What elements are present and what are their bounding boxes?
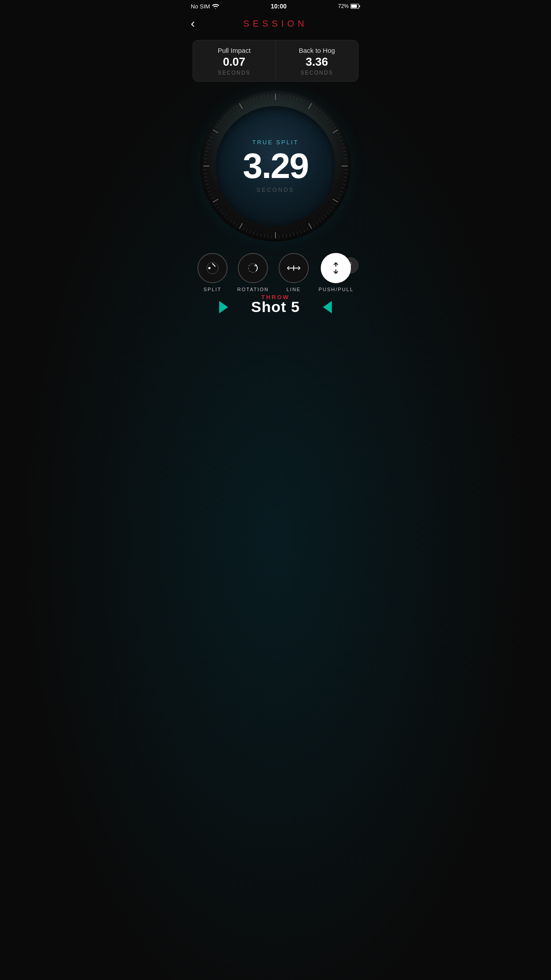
svg-line-14 <box>313 105 315 108</box>
svg-line-76 <box>230 220 232 222</box>
svg-line-60 <box>286 234 287 237</box>
svg-line-70 <box>250 230 251 233</box>
svg-line-101 <box>209 136 212 138</box>
svg-line-29 <box>343 151 346 151</box>
svg-line-22 <box>334 126 336 128</box>
svg-line-55 <box>303 229 305 232</box>
dial-unit: SECONDS <box>256 186 294 193</box>
svg-line-15 <box>316 107 318 110</box>
svg-line-72 <box>243 228 244 230</box>
svg-line-104 <box>215 126 217 128</box>
battery-icon <box>350 4 360 9</box>
svg-line-50 <box>319 220 321 222</box>
back-to-hog-card[interactable]: Back to Hog 3.36 SECONDS <box>276 40 358 81</box>
svg-line-25 <box>339 136 342 138</box>
svg-line-77 <box>227 217 229 220</box>
svg-line-20 <box>329 120 331 122</box>
pull-impact-label: Pull Impact <box>197 47 271 55</box>
svg-line-37 <box>343 180 346 181</box>
svg-line-38 <box>342 184 346 185</box>
svg-line-103 <box>213 130 218 133</box>
status-indicators: 72% <box>338 3 360 9</box>
svg-line-124 <box>213 264 215 266</box>
line-control[interactable]: LINE <box>279 253 309 292</box>
stats-row: Pull Impact 0.07 SECONDS Back to Hog 3.3… <box>193 40 358 82</box>
svg-line-28 <box>342 147 346 148</box>
battery-pct: 72% <box>338 3 349 9</box>
svg-line-13 <box>309 103 312 108</box>
svg-line-84 <box>211 197 214 198</box>
pull-impact-value: 0.07 <box>197 55 271 68</box>
svg-line-31 <box>344 158 347 159</box>
back-to-hog-label: Back to Hog <box>280 47 354 55</box>
status-carrier: No SIM <box>191 3 219 10</box>
split-control[interactable]: SPLIT <box>197 253 228 292</box>
svg-line-109 <box>227 112 229 114</box>
svg-line-10 <box>300 98 302 101</box>
svg-line-91 <box>204 173 207 174</box>
svg-line-24 <box>337 133 340 134</box>
header: ‹ SESSION <box>184 12 367 35</box>
status-time: 10:00 <box>271 3 287 10</box>
svg-line-54 <box>307 228 308 230</box>
back-to-hog-value: 3.36 <box>280 55 354 68</box>
svg-line-111 <box>233 107 235 110</box>
dial-value: 3.29 <box>243 148 308 184</box>
rotation-label: ROTATION <box>237 287 269 292</box>
svg-line-65 <box>268 235 268 238</box>
svg-line-95 <box>204 158 207 159</box>
pull-impact-card[interactable]: Pull Impact 0.07 SECONDS <box>193 40 276 81</box>
svg-line-30 <box>344 154 347 155</box>
svg-line-57 <box>297 232 298 235</box>
svg-line-43 <box>333 199 338 202</box>
svg-line-85 <box>209 194 212 195</box>
svg-line-118 <box>257 96 258 99</box>
svg-line-61 <box>283 235 283 238</box>
svg-line-58 <box>293 233 294 236</box>
svg-rect-1 <box>359 5 360 7</box>
true-split-label: TRUE SPLIT <box>252 139 299 146</box>
svg-line-27 <box>341 143 344 144</box>
svg-line-26 <box>340 140 343 141</box>
throw-label: THROW <box>261 294 290 300</box>
svg-line-11 <box>303 100 305 103</box>
svg-line-68 <box>257 233 258 236</box>
svg-line-113 <box>240 103 243 108</box>
svg-line-7 <box>290 95 290 98</box>
status-bar: No SIM 10:00 72% <box>184 0 367 12</box>
svg-line-121 <box>268 94 268 97</box>
svg-line-115 <box>246 100 248 103</box>
svg-line-23 <box>333 130 338 133</box>
svg-line-42 <box>337 197 340 198</box>
svg-line-6 <box>286 95 287 98</box>
svg-line-41 <box>339 194 342 195</box>
back-button[interactable]: ‹ <box>191 17 195 30</box>
svg-line-35 <box>344 173 347 174</box>
back-to-hog-unit: SECONDS <box>280 70 354 76</box>
svg-line-97 <box>205 151 208 151</box>
pushpull-icon <box>329 261 343 275</box>
dial-container: TRUE SPLIT 3.29 SECONDS <box>200 91 351 241</box>
svg-line-56 <box>300 230 302 233</box>
svg-line-73 <box>240 223 243 229</box>
svg-line-8 <box>293 96 294 99</box>
svg-line-52 <box>313 224 315 226</box>
next-shot-button[interactable] <box>318 297 337 317</box>
svg-line-82 <box>215 204 217 205</box>
split-circle <box>197 253 228 283</box>
pull-impact-unit: SECONDS <box>197 70 271 76</box>
svg-line-49 <box>322 217 324 220</box>
svg-line-108 <box>224 115 227 117</box>
rotation-control[interactable]: ROTATION <box>237 253 269 292</box>
right-arrow-icon <box>323 301 332 313</box>
svg-line-53 <box>309 223 312 229</box>
svg-line-110 <box>230 110 232 112</box>
svg-line-99 <box>207 143 210 144</box>
pushpull-label: PUSH/PULL <box>319 287 354 292</box>
svg-line-47 <box>327 212 329 214</box>
svg-line-17 <box>322 112 324 114</box>
svg-line-74 <box>236 224 238 226</box>
rotation-icon <box>246 261 260 275</box>
svg-line-86 <box>208 190 211 192</box>
prev-shot-button[interactable] <box>214 297 233 317</box>
